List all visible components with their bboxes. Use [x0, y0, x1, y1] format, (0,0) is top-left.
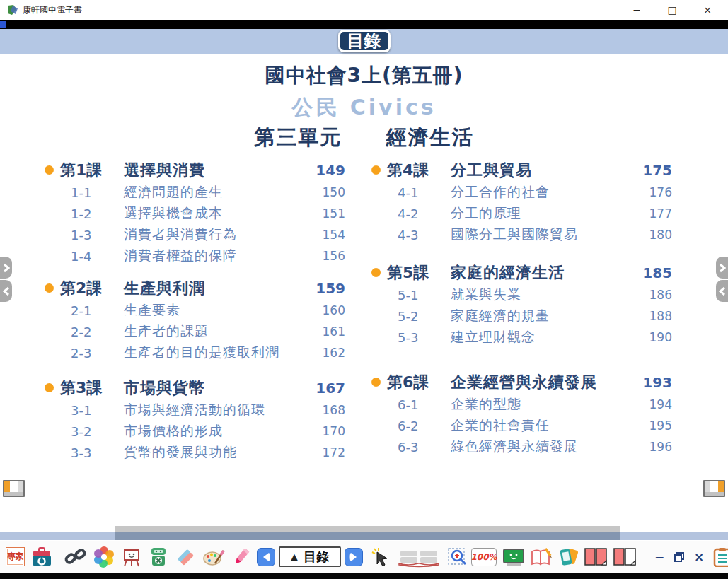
- blackboard-button[interactable]: [502, 547, 525, 567]
- toc-sub-row[interactable]: 6-1 企業的型態 194: [366, 394, 672, 415]
- sub-number: 1-3: [71, 228, 103, 242]
- toc-lesson-row[interactable]: 第1課 選擇與消費 149: [40, 158, 345, 182]
- sub-number: 2-1: [71, 303, 103, 318]
- one-page-icon: [613, 547, 637, 567]
- bullet-icon: [45, 383, 54, 392]
- horizontal-scrollbar-thumb[interactable]: [115, 526, 620, 540]
- annotation-book-button[interactable]: [530, 547, 553, 567]
- toolbar-close-button[interactable]: ×: [693, 550, 705, 564]
- toc-sub-row[interactable]: 4-1 分工合作的社會 176: [366, 182, 672, 203]
- corner-flip-right-button[interactable]: [703, 480, 725, 497]
- zoom-select-button[interactable]: [448, 546, 469, 568]
- edge-nav-left: [0, 257, 12, 302]
- page-forward-button[interactable]: [716, 257, 728, 279]
- toc-sub-row[interactable]: 1-3 消費者與消費行為 154: [40, 224, 345, 245]
- bullet-icon: [45, 165, 54, 175]
- sub-page: 177: [649, 206, 672, 221]
- eraser-button[interactable]: [175, 546, 196, 568]
- lesson-page: 185: [642, 264, 672, 281]
- expert-mode-button[interactable]: 專家: [6, 547, 25, 566]
- toc-sub-row[interactable]: 5-3 建立理財觀念 190: [366, 327, 672, 348]
- maximize-button[interactable]: □: [666, 4, 678, 16]
- sub-number: 6-1: [398, 397, 430, 412]
- toolbar: 專家: [0, 541, 728, 573]
- toc-sub-row[interactable]: 3-1 市場與經濟活動的循環 168: [40, 399, 345, 421]
- double-page-view-button[interactable]: [584, 547, 608, 567]
- toc-sub-row[interactable]: 2-1 生產要素 160: [40, 300, 345, 321]
- link-button[interactable]: [64, 546, 87, 568]
- recycle-robot-button[interactable]: [149, 546, 168, 568]
- page-forward-button[interactable]: [0, 257, 12, 279]
- bottom-divider: [0, 573, 728, 579]
- lesson-title: 市場與貨幣: [124, 378, 205, 399]
- unit-label: 第三單元: [255, 124, 342, 152]
- toc-sub-row[interactable]: 6-2 企業的社會責任 195: [366, 415, 672, 436]
- mobile-resources-button[interactable]: [557, 546, 579, 568]
- page-back-button[interactable]: [0, 280, 12, 302]
- close-button[interactable]: ×: [701, 4, 714, 16]
- sub-title: 分工的原理: [451, 204, 521, 223]
- toolbar-minimize-button[interactable]: −: [654, 550, 665, 564]
- easel-icon: [121, 546, 142, 568]
- color-wheel-button[interactable]: [93, 546, 115, 568]
- toc-sub-row[interactable]: 5-2 家庭經濟的規畫 188: [366, 305, 672, 327]
- sub-number: 3-3: [71, 445, 103, 460]
- toc-sub-row[interactable]: 2-2 生產者的課題 161: [40, 321, 345, 342]
- lesson-group-1: 第1課 選擇與消費 149 1-1 經濟問題的產生 150 1-2 選擇與機會成…: [40, 158, 345, 267]
- lesson-title: 選擇與消費: [124, 160, 205, 181]
- single-page-view-button[interactable]: [613, 547, 637, 567]
- whiteboard-button[interactable]: [121, 546, 142, 568]
- sub-title: 建立理財觀念: [451, 328, 536, 346]
- page-back-button[interactable]: [716, 280, 728, 302]
- book-title: 國中社會3上(第五冊): [0, 62, 728, 89]
- sub-title: 經濟問題的產生: [124, 183, 223, 201]
- toc-sub-row[interactable]: 3-3 貨幣的發展與功能 172: [40, 442, 345, 463]
- toolbar-restore-button[interactable]: [674, 551, 685, 563]
- toc-sub-row[interactable]: 2-3 生產者的目的是獲取利潤 162: [40, 342, 345, 363]
- pointer-tool-button[interactable]: [370, 546, 391, 568]
- toc-sub-row[interactable]: 4-3 國際分工與國際貿易 180: [366, 224, 672, 245]
- lesson-plan-button[interactable]: [713, 547, 728, 567]
- toc-sub-row[interactable]: 1-1 經濟問題的產生 150: [40, 182, 345, 203]
- arrow-right-icon: [349, 552, 359, 562]
- toc-sub-row[interactable]: 3-2 市場價格的形成 170: [40, 421, 345, 442]
- palette-button[interactable]: [202, 546, 225, 568]
- lesson-number: 第3課: [60, 378, 104, 399]
- next-page-button[interactable]: [345, 548, 363, 566]
- toc-lesson-row[interactable]: 第6課 企業經營與永續發展 193: [366, 370, 672, 394]
- sub-number: 6-3: [398, 440, 430, 455]
- toc-lesson-row[interactable]: 第5課 家庭的經濟生活 185: [366, 261, 672, 284]
- sub-page: 196: [649, 440, 672, 454]
- toc-sub-row[interactable]: 5-1 就業與失業 186: [366, 284, 672, 305]
- page-spread-button[interactable]: [397, 546, 441, 568]
- app-logo-icon: [7, 4, 18, 16]
- toolbox-button[interactable]: [30, 546, 53, 568]
- page-selector-dropdown[interactable]: ▲ 目錄: [279, 546, 341, 567]
- lesson-page: 149: [316, 162, 345, 179]
- prev-page-button[interactable]: [257, 548, 275, 566]
- sub-title: 生產者的課題: [124, 322, 209, 341]
- toc-lesson-row[interactable]: 第3課 市場與貨幣 167: [40, 376, 345, 399]
- sub-title: 市場價格的形成: [124, 422, 223, 440]
- toc-sub-row[interactable]: 1-2 選擇與機會成本 151: [40, 203, 345, 224]
- toc-lesson-row[interactable]: 第2課 生產與利潤 159: [40, 276, 345, 300]
- book-pencil-icon: [530, 547, 553, 567]
- sub-number: 6-2: [398, 419, 430, 433]
- sub-title: 消費者權益的保障: [124, 247, 237, 265]
- corner-flip-left-button[interactable]: [3, 480, 25, 497]
- toc-lesson-row[interactable]: 第4課 分工與貿易 175: [366, 158, 672, 182]
- sub-page: 160: [323, 303, 345, 317]
- bullet-icon: [371, 165, 381, 175]
- minimize-button[interactable]: −: [630, 4, 643, 16]
- zoom-level-indicator[interactable]: 100%: [471, 548, 497, 566]
- sub-number: 1-4: [71, 249, 103, 264]
- highlighter-button[interactable]: [231, 546, 251, 568]
- sub-page: 161: [323, 324, 345, 339]
- sub-page: 186: [649, 288, 672, 302]
- page-corner-icon: [703, 480, 725, 497]
- sub-number: 3-1: [71, 403, 103, 418]
- toc-sub-row[interactable]: 1-4 消費者權益的保障 156: [40, 245, 345, 267]
- toc-sub-row[interactable]: 6-3 綠色經濟與永續發展 196: [366, 436, 672, 457]
- sub-title: 企業的社會責任: [451, 416, 550, 435]
- toc-sub-row[interactable]: 4-2 分工的原理 177: [366, 203, 672, 224]
